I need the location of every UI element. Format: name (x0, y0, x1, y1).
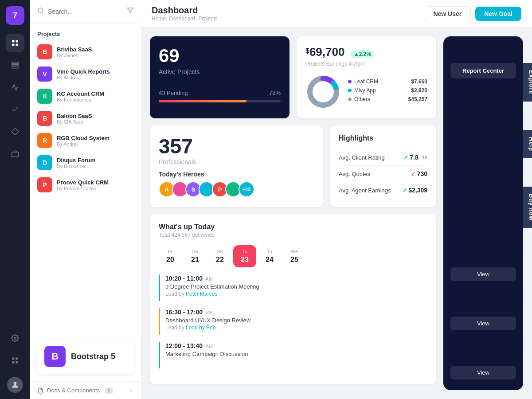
project-by: By Andrei (57, 141, 110, 147)
legend-label: Others (354, 96, 370, 102)
highlight-row: Avg. Quotes ↙730 (339, 166, 427, 182)
nav-icon-diamond[interactable] (6, 122, 24, 141)
cal-day-num: 21 (191, 256, 199, 264)
legend-label: Mivy App (354, 87, 376, 94)
calendar-day[interactable]: Su 22 (208, 245, 231, 267)
calendar-day[interactable]: Sa 21 (184, 245, 207, 267)
highlight-value: ↗7.810 (403, 154, 427, 161)
left-navigation: 7 (0, 0, 30, 399)
search-icon (37, 7, 44, 16)
docs-count: 2 (105, 387, 113, 394)
highlight-name: Avg. Agent Earnings (339, 187, 391, 194)
project-item[interactable]: K KC Account CRM By Keenthemes (30, 85, 141, 107)
event-time-row: 10:20 - 11:00 AM (165, 274, 259, 282)
svg-rect-12 (12, 361, 14, 364)
nav-icon-grid[interactable] (6, 34, 24, 52)
nav-icon-grid2[interactable] (6, 351, 24, 370)
nav-icon-briefcase[interactable] (6, 145, 24, 163)
event-item: 12:00 - 13:40 AM Marketing Campaign Disc… (159, 342, 427, 368)
project-item[interactable]: B Briviba SaaS By James (30, 41, 141, 63)
user-avatar[interactable] (7, 377, 23, 393)
calendar-day[interactable]: We 25 (283, 245, 306, 267)
nav-icon-settings[interactable] (6, 329, 24, 348)
event-lead-link[interactable]: Peter Marcus (186, 291, 217, 297)
help-tab[interactable]: Help (523, 130, 532, 158)
legend-value: $2,820 (411, 87, 427, 94)
project-logo: D (37, 155, 52, 170)
projects-section-title: Projects (30, 23, 141, 41)
docs-bar[interactable]: Docs & Components 2 (30, 381, 141, 399)
calendar-day[interactable]: Tu 24 (258, 245, 281, 267)
mid-row: 357 Professionals Today's Heroes ASP+42 … (150, 125, 436, 207)
view-btn-container: View View View (443, 267, 523, 383)
project-info: Proove Quick CRM By Proove Limited (57, 179, 109, 191)
view-button-1[interactable]: View (450, 267, 516, 281)
event-ampm: AM (206, 276, 213, 282)
projects-list: Projects B Briviba SaaS By James V Vine … (30, 23, 141, 339)
nav-icon-layers[interactable] (6, 56, 24, 74)
legend-label: Leaf CRM (354, 78, 378, 85)
donut-row: Leaf CRM $7,660 Mivy App $2,820 Others $… (305, 74, 427, 110)
earnings-amount-row: $69,700 ▲2.2% (305, 45, 427, 59)
svg-point-9 (14, 337, 16, 340)
project-item[interactable]: P Proove Quick CRM By Proove Limited (30, 174, 141, 196)
event-item: 10:20 - 11:00 AM 9 Degree Project Estima… (159, 274, 427, 301)
top-row: 69 Active Projects 43 Pending 72% (150, 36, 436, 118)
main-header: Dashboard Home- Dashboard- Projects New … (141, 0, 532, 27)
project-by: By Disqus Inc. (57, 164, 95, 169)
search-input[interactable] (48, 8, 123, 15)
project-info: Baloon SaaS By SIA Team (57, 113, 92, 125)
report-center-button[interactable]: Report Cecnter (450, 63, 516, 78)
new-user-button[interactable]: New User (424, 6, 471, 21)
event-lead: Lead by Peter Marcus (165, 291, 259, 297)
cal-day-name: Sa (192, 249, 198, 254)
project-logo: B (37, 111, 52, 126)
svg-rect-3 (16, 44, 18, 46)
professionals-label: Professionals (159, 158, 314, 165)
panel-spacer (443, 84, 523, 267)
legend-dot (348, 80, 352, 83)
legend-item: Mivy App $2,820 (348, 87, 427, 94)
project-item[interactable]: D Disqus Forum By Disqus Inc. (30, 152, 141, 174)
chevron-icon (129, 388, 134, 393)
event-lead-link[interactable]: Lead by Bob (186, 325, 215, 331)
legend-value: $7,660 (411, 78, 427, 85)
nav-icon-chart[interactable] (6, 78, 24, 97)
svg-rect-5 (12, 65, 19, 66)
event-time-row: 12:00 - 13:40 AM (165, 342, 248, 350)
svg-line-16 (42, 12, 43, 13)
calendar-day[interactable]: Tu 23 (233, 245, 256, 267)
breadcrumb: Home- Dashboard- Projects (152, 16, 424, 22)
highlights-card: Highlights Avg. Client Rating ↗7.810 Avg… (330, 125, 436, 207)
event-item: 16:30 - 17:00 PM Dashboard UI/UX Design … (159, 308, 427, 335)
project-info: KC Account CRM By Keenthemes (57, 90, 104, 102)
event-name: 9 Degree Project Estimation Meeting (165, 283, 259, 290)
new-goal-button[interactable]: New Goal (475, 7, 521, 21)
earnings-label: Projects Earnings in April (305, 61, 427, 67)
earnings-dollar: $ (305, 47, 309, 55)
view-button-2[interactable]: View (450, 317, 516, 330)
heroes-avatars: ASP+42 (159, 181, 314, 197)
nav-avatar[interactable]: 7 (6, 6, 24, 25)
calendar-day[interactable]: Fr 20 (159, 245, 182, 267)
event-time: 10:20 - 11:00 (165, 275, 203, 282)
filter-icon[interactable] (127, 7, 134, 16)
project-info: Disqus Forum By Disqus Inc. (57, 157, 95, 169)
active-projects-number: 69 (159, 45, 281, 66)
project-item[interactable]: B Baloon SaaS By SIA Team (30, 107, 141, 129)
svg-rect-2 (12, 44, 14, 46)
project-name: Vine Quick Reports (57, 68, 110, 75)
project-name: Disqus Forum (57, 157, 95, 164)
explore-tab[interactable]: Explore (523, 63, 532, 102)
cal-day-name: We (291, 249, 298, 254)
highlights-title: Highlights (339, 134, 427, 142)
svg-point-15 (38, 8, 43, 13)
buy-now-tab[interactable]: Buy now (523, 187, 532, 228)
cal-day-name: Tu (267, 249, 272, 254)
highlight-name: Avg. Quotes (339, 171, 370, 177)
project-item[interactable]: V Vine Quick Reports By Andres (30, 63, 141, 85)
view-button-3[interactable]: View (450, 366, 516, 379)
project-by: By James (57, 53, 92, 58)
nav-icon-check[interactable] (6, 100, 24, 119)
project-item[interactable]: R RGB Cloud System By Andrei (30, 129, 141, 152)
